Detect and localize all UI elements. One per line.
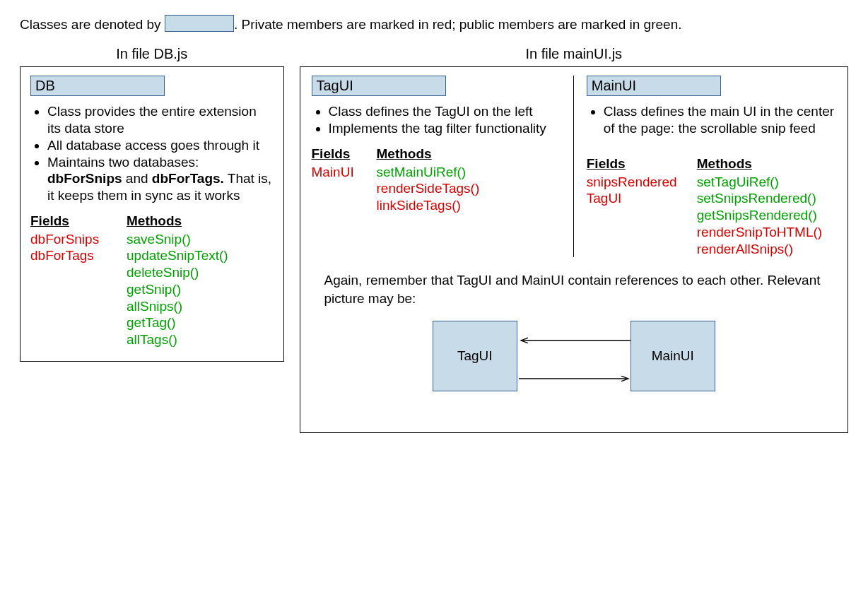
mainui-bullet: Class defines the main UI in the center … bbox=[604, 103, 836, 137]
fields-header: Fields bbox=[587, 155, 686, 172]
mainui-method: renderAllSnips() bbox=[697, 241, 822, 258]
db-file-column: In file DB.js DB Class provides the enti… bbox=[20, 42, 284, 362]
mainui-file-column: In file mainUI.js TagUI Class defines th… bbox=[300, 42, 849, 432]
tagui-bullet: Implements the tag filter functionality bbox=[329, 120, 566, 137]
legend: Classes are denoted by . Private members… bbox=[20, 14, 848, 35]
methods-header: Methods bbox=[697, 155, 822, 172]
db-methods-col: Methods saveSnip() updateSnipText() dele… bbox=[127, 213, 228, 348]
class-tag-tagui: TagUI bbox=[312, 76, 446, 96]
db-method: allSnips() bbox=[127, 298, 228, 315]
tagui-desc-list: Class defines the TagUI on the left Impl… bbox=[312, 103, 566, 137]
fields-header: Fields bbox=[312, 146, 365, 162]
mainui-section: MainUI Class defines the main UI in the … bbox=[574, 76, 838, 257]
class-tag-mainui: MainUI bbox=[587, 76, 721, 96]
mainui-file-block: TagUI Class defines the TagUI on the lef… bbox=[300, 66, 849, 432]
mainui-field: snipsRendered bbox=[587, 174, 686, 191]
mainui-fields-col: Fields snipsRendered TagUI bbox=[587, 155, 686, 258]
db-method: getSnip() bbox=[127, 281, 228, 298]
db-method: getTag() bbox=[127, 314, 228, 331]
tagui-field: MainUI bbox=[312, 164, 365, 181]
reference-diagram: TagUI MainUI bbox=[404, 314, 744, 420]
db-field: dbForTags bbox=[30, 247, 115, 264]
fields-header: Fields bbox=[30, 213, 115, 230]
reference-note: Again, remember that TagUI and MainUI co… bbox=[324, 271, 838, 307]
reference-arrows bbox=[404, 314, 744, 420]
db-method: allTags() bbox=[127, 331, 228, 348]
file-label-db: In file DB.js bbox=[20, 46, 284, 62]
tagui-fields-col: Fields MainUI bbox=[312, 146, 365, 214]
legend-text-1: Classes are denoted by bbox=[20, 17, 165, 32]
db-bullet: Maintains two databases: dbForSnips and … bbox=[47, 154, 274, 204]
db-field: dbForSnips bbox=[30, 231, 115, 248]
file-label-mainui: In file mainUI.js bbox=[300, 46, 849, 62]
mainui-method: setSnipsRendered() bbox=[697, 190, 822, 207]
tagui-methods-col: Methods setMainUiRef()renderSideTags()li… bbox=[377, 146, 480, 214]
tagui-method: linkSideTags() bbox=[377, 197, 480, 214]
tagui-method: setMainUiRef() bbox=[377, 164, 480, 181]
db-method: saveSnip() bbox=[127, 231, 228, 248]
class-color-swatch bbox=[165, 15, 234, 32]
mainui-methods-col: Methods setTagUiRef()setSnipsRendered()g… bbox=[697, 155, 822, 258]
db-fields-col: Fields dbForSnips dbForTags bbox=[30, 213, 115, 348]
tagui-bullet: Class defines the TagUI on the left bbox=[329, 103, 566, 120]
mainui-method: getSnipsRendered() bbox=[697, 207, 822, 224]
methods-header: Methods bbox=[127, 213, 228, 230]
mainui-field: TagUI bbox=[587, 190, 686, 207]
methods-header: Methods bbox=[377, 146, 480, 162]
mainui-desc-list: Class defines the main UI in the center … bbox=[587, 103, 836, 137]
db-bullet: All database access goes through it bbox=[47, 137, 274, 154]
db-file-block: DB Class provides the entire extension i… bbox=[20, 66, 284, 362]
tagui-method: renderSideTags() bbox=[377, 180, 480, 197]
class-tag-db: DB bbox=[30, 76, 165, 96]
db-method: deleteSnip() bbox=[127, 264, 228, 281]
db-method: updateSnipText() bbox=[127, 247, 228, 264]
mainui-method: renderSnipToHTML() bbox=[697, 224, 822, 241]
mainui-method: setTagUiRef() bbox=[697, 174, 822, 191]
db-desc-list: Class provides the entire extension its … bbox=[30, 103, 274, 204]
tagui-section: TagUI Class defines the TagUI on the lef… bbox=[310, 76, 574, 257]
db-bullet: Class provides the entire extension its … bbox=[47, 103, 274, 137]
legend-text-2: . Private members are marked in red; pub… bbox=[234, 17, 682, 32]
